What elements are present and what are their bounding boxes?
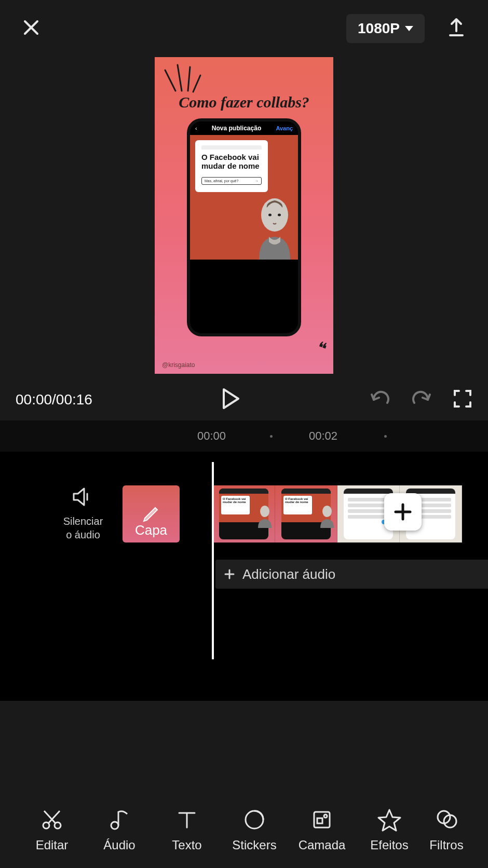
timeline-ruler[interactable]: 00:00 00:02 — [0, 421, 488, 452]
author-handle: @krisgaiato — [162, 361, 195, 369]
fullscreen-button[interactable] — [453, 389, 472, 411]
speaker-icon — [72, 486, 94, 507]
video-track[interactable]: O Facebook vai mudar de nome O Facebook … — [213, 485, 462, 542]
svg-point-2 — [278, 214, 281, 216]
filters-icon — [435, 808, 458, 832]
svg-point-0 — [261, 198, 288, 232]
add-audio-label: Adicionar áudio — [242, 566, 335, 582]
tool-filters[interactable]: Filtros — [426, 808, 467, 852]
resolution-button[interactable]: 1080P — [346, 14, 425, 43]
phone-next: Avanç — [276, 125, 293, 131]
star-icon — [377, 808, 401, 832]
close-icon[interactable] — [21, 17, 42, 40]
mute-audio-button[interactable]: Silenciaro áudio — [52, 486, 114, 541]
plus-icon — [392, 501, 413, 522]
tool-stickers[interactable]: Stickers — [223, 808, 286, 852]
svg-rect-10 — [317, 818, 322, 823]
clip-frame[interactable]: O Facebook vai mudar de nome — [275, 485, 337, 542]
play-button[interactable] — [222, 388, 240, 411]
add-clip-button[interactable] — [384, 493, 422, 531]
cover-thumbnail[interactable]: Capa — [123, 485, 180, 542]
layer-icon — [310, 808, 334, 832]
resolution-label: 1080P — [358, 20, 400, 37]
portrait-image — [251, 192, 298, 260]
redo-button[interactable] — [411, 389, 432, 410]
text-icon — [175, 808, 199, 832]
add-audio-button[interactable]: Adicionar áudio — [215, 560, 488, 589]
sticker-icon — [242, 808, 266, 832]
tool-layer[interactable]: Camada — [291, 808, 353, 852]
edit-cover-icon — [141, 501, 161, 522]
cover-label: Capa — [135, 522, 167, 538]
bottom-toolbar: Editar Áudio Texto Stickers Camada Efeit… — [0, 808, 488, 852]
phone-title: Nova publicação — [212, 125, 261, 132]
phone-back: ‹ — [195, 125, 197, 131]
export-icon[interactable] — [445, 17, 467, 40]
ruler-mark: 00:02 — [309, 429, 337, 443]
timeline[interactable]: Silenciaro áudio Capa O Facebook vai mud… — [0, 452, 488, 701]
svg-point-3 — [260, 506, 269, 517]
timecode: 00:00/00:16 — [16, 391, 92, 408]
tool-text[interactable]: Texto — [156, 808, 218, 852]
card-heading: O Facebook vai mudar de nome — [201, 153, 262, 171]
video-preview[interactable]: Como fazer collabs? ‹ Nova publicação Av… — [155, 57, 333, 374]
ruler-mark: 00:00 — [197, 429, 226, 443]
svg-point-1 — [268, 214, 272, 216]
card-subtext: Mas, afinal, por quê? — [205, 179, 238, 183]
plus-icon — [224, 568, 235, 580]
tool-edit[interactable]: Editar — [21, 808, 83, 852]
burst-decoration — [160, 60, 201, 101]
scissors-icon — [40, 808, 64, 832]
music-note-icon — [107, 808, 131, 832]
phone-mockup: ‹ Nova publicação Avanç O Facebook vai m… — [187, 118, 301, 336]
chevron-down-icon — [405, 26, 413, 31]
tool-effects[interactable]: Efeitos — [358, 808, 421, 852]
svg-point-4 — [322, 506, 332, 517]
svg-point-7 — [111, 822, 118, 829]
svg-point-11 — [324, 815, 327, 818]
tool-audio[interactable]: Áudio — [88, 808, 151, 852]
clip-frame[interactable]: O Facebook vai mudar de nome — [213, 485, 275, 542]
ruler-dot — [384, 435, 387, 438]
drops-decoration: ❝ — [314, 337, 329, 359]
playhead[interactable] — [212, 462, 214, 659]
undo-button[interactable] — [370, 389, 390, 410]
ruler-dot — [270, 435, 273, 438]
